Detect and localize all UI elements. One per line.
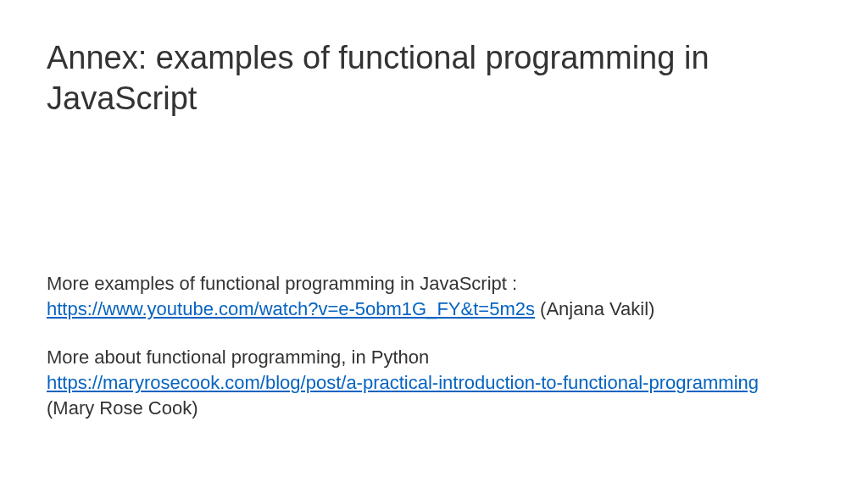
author-1: (Anjana Vakil) [535,298,654,319]
slide-content: More examples of functional programming … [47,271,821,420]
content-line-1: More examples of functional programming … [47,271,821,297]
content-link-line-1: https://www.youtube.com/watch?v=e-5obm1G… [47,297,821,322]
slide-title: Annex: examples of functional programmin… [47,38,821,119]
content-line-2: More about functional programming, in Py… [47,345,821,370]
content-link-line-2: https://maryrosecook.com/blog/post/a-pra… [47,370,821,396]
blog-link[interactable]: https://maryrosecook.com/blog/post/a-pra… [47,372,759,393]
youtube-link[interactable]: https://www.youtube.com/watch?v=e-5obm1G… [47,298,535,319]
slide-container: Annex: examples of functional programmin… [0,0,868,488]
author-2: (Mary Rose Cook) [47,396,821,421]
section-gap [47,321,821,345]
